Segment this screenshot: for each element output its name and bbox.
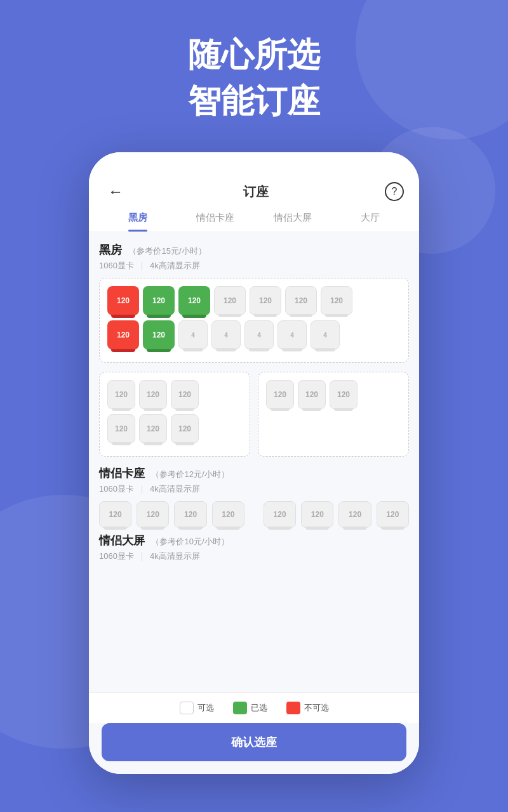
seat-2-6[interactable]: 4: [277, 320, 307, 350]
seat-row-5: 120 120 120: [266, 380, 401, 409]
seat-5-3[interactable]: 120: [330, 380, 358, 409]
seat-row-3: 120 120 120: [107, 380, 242, 409]
legend-available-box: [180, 702, 194, 714]
seat-1-7[interactable]: 120: [321, 286, 352, 315]
couple-seat-6[interactable]: 120: [301, 501, 333, 528]
tab-bar: 黑房 情侣卡座 情侣大屏 大厅: [89, 203, 419, 232]
seat-2-3[interactable]: 4: [178, 320, 208, 350]
seat-2-7[interactable]: 4: [311, 320, 340, 350]
couple-screen-title: 情侣大屏: [99, 534, 145, 547]
main-content: 黑房 （参考价15元/小时） 1060显卡｜4k高清显示屏 120 120 12…: [89, 232, 419, 655]
phone-mockup: ← 订座 ? 黑房 情侣卡座 情侣大屏 大厅 黑房 （参考价15元/小时） 10…: [89, 152, 419, 774]
seat-row-1: 120 120 120 120 120 120 120: [107, 286, 401, 315]
couple-card-seats: 120 120 120 120 120 120 120 120: [99, 501, 409, 528]
legend-available: 可选: [180, 702, 214, 714]
couple-seat-1[interactable]: 120: [99, 501, 131, 528]
couple-screen-specs: 1060显卡｜4k高清显示屏: [99, 551, 409, 562]
couple-seat-4[interactable]: 120: [212, 501, 244, 528]
confirm-button[interactable]: 确认选座: [102, 723, 406, 761]
couple-card-price: （参考价12元/小时）: [151, 469, 229, 479]
hero-text: 随心所选 智能订座: [0, 32, 508, 124]
seat-1-2[interactable]: 120: [143, 286, 175, 315]
couple-seat-3[interactable]: 120: [174, 501, 206, 528]
heifang-section-header: 黑房 （参考价15元/小时） 1060显卡｜4k高清显示屏: [99, 242, 409, 272]
couple-seat-5[interactable]: 120: [264, 501, 296, 528]
seat-1-4[interactable]: 120: [214, 286, 246, 315]
couple-screen-section-header: 情侣大屏 （参考价10元/小时） 1060显卡｜4k高清显示屏: [99, 533, 409, 562]
seat-1-3[interactable]: 120: [178, 286, 210, 315]
hero-line2: 智能订座: [0, 78, 508, 124]
legend-selected-label: 已选: [251, 702, 267, 714]
seat-1-5[interactable]: 120: [250, 286, 281, 315]
couple-card-title: 情侣卡座: [99, 467, 145, 480]
seat-2-2[interactable]: 120: [143, 320, 175, 350]
couple-card-section-header: 情侣卡座 （参考价12元/小时） 1060显卡｜4k高清显示屏: [99, 466, 409, 495]
legend-occupied: 不可选: [286, 702, 329, 714]
heifang-right-area: 120 120 120: [258, 372, 409, 457]
seat-3-2[interactable]: 120: [139, 380, 167, 409]
tab-couple-screen[interactable]: 情侣大屏: [254, 203, 331, 232]
hero-line1: 随心所选: [0, 32, 508, 78]
seat-3-1[interactable]: 120: [107, 380, 135, 409]
back-button[interactable]: ←: [104, 183, 127, 200]
seat-5-1[interactable]: 120: [266, 380, 294, 409]
legend-bar: 可选 已选 不可选: [89, 692, 419, 723]
seat-2-1[interactable]: 120: [107, 320, 139, 350]
couple-screen-price: （参考价10元/小时）: [151, 537, 229, 546]
couple-seat-2[interactable]: 120: [137, 501, 169, 528]
page-title: 订座: [243, 183, 269, 200]
legend-occupied-label: 不可选: [304, 702, 329, 714]
phone-notch: [216, 152, 292, 170]
couple-seat-7[interactable]: 120: [338, 501, 371, 528]
seat-row-4: 120 120 120: [107, 414, 242, 443]
couple-seat-8[interactable]: 120: [377, 501, 409, 528]
legend-available-label: 可选: [197, 702, 214, 714]
seat-5-2[interactable]: 120: [298, 380, 326, 409]
seat-4-3[interactable]: 120: [171, 414, 199, 443]
heifang-bottom-seat-areas: 120 120 120 120 120 120 120 120 120: [99, 372, 409, 457]
heifang-top-seat-area: 120 120 120 120 120 120 120 120 120 4 4 …: [99, 278, 409, 363]
heifang-left-area: 120 120 120 120 120 120: [99, 372, 250, 457]
help-button[interactable]: ?: [385, 182, 404, 201]
seat-2-4[interactable]: 4: [211, 320, 241, 350]
seat-2-5[interactable]: 4: [244, 320, 274, 350]
tab-hall[interactable]: 大厅: [331, 203, 409, 232]
tab-couple-card[interactable]: 情侣卡座: [177, 203, 254, 232]
seat-3-3[interactable]: 120: [171, 380, 199, 409]
seat-4-2[interactable]: 120: [139, 414, 167, 443]
seat-1-1[interactable]: 120: [107, 286, 139, 315]
seat-row-2: 120 120 4 4 4 4 4: [107, 320, 401, 350]
heifang-price: （参考价15元/小时）: [128, 246, 206, 256]
heifang-title: 黑房: [99, 244, 122, 256]
heifang-specs: 1060显卡｜4k高清显示屏: [99, 260, 409, 272]
legend-selected: 已选: [233, 702, 267, 714]
seat-4-1[interactable]: 120: [107, 414, 135, 443]
couple-card-specs: 1060显卡｜4k高清显示屏: [99, 483, 409, 495]
legend-occupied-box: [286, 702, 300, 714]
phone-screen: ← 订座 ? 黑房 情侣卡座 情侣大屏 大厅 黑房 （参考价15元/小时） 10…: [89, 152, 419, 774]
seat-1-6[interactable]: 120: [285, 286, 317, 315]
legend-selected-box: [233, 702, 247, 714]
tab-heifang[interactable]: 黑房: [99, 203, 177, 232]
